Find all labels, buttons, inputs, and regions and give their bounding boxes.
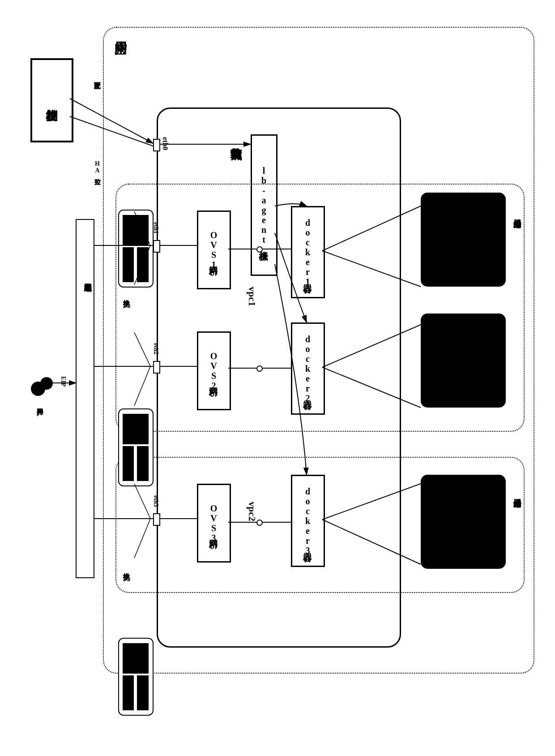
vpc1-label: vpc1	[246, 287, 258, 306]
ha-monitor-label: HA监控	[93, 160, 101, 174]
switch-1	[118, 210, 154, 288]
eth2-port	[153, 361, 160, 374]
port-ovs2docker-2	[256, 365, 263, 372]
switch-2	[118, 408, 154, 486]
switch-3	[118, 638, 154, 716]
backend-server-3	[421, 475, 506, 569]
backend-server-1	[421, 193, 506, 287]
docker-2: docker容器2	[291, 322, 325, 415]
eth0-port	[153, 139, 160, 151]
eip-label: EIP	[60, 376, 67, 387]
ovs1-text: OVS网桥1	[208, 230, 220, 270]
vpc2-label: vpc2	[246, 502, 258, 521]
eth0-label: eth0	[161, 137, 169, 150]
docker1-text: docker容器1	[302, 218, 314, 287]
port-ovs2docker-1	[256, 246, 263, 253]
ovs3-text: OVS网桥3	[208, 503, 220, 543]
eth3-label: eth3	[152, 495, 159, 507]
docker3-text: docker容器3	[302, 486, 314, 555]
backend-server-2	[421, 314, 506, 408]
control-module: 控制模块	[30, 58, 73, 142]
docker-3: docker容器3	[291, 475, 325, 567]
ovs-bridge-3: OVS网桥3	[197, 484, 231, 563]
docker2-text: docker容器2	[302, 334, 314, 403]
ovs-bridge-2: OVS网桥2	[197, 331, 231, 410]
svg-point-1	[31, 382, 45, 396]
eth2-label: eth2	[152, 343, 159, 355]
port-ovs2docker-3	[256, 520, 263, 526]
user-icon	[30, 367, 53, 401]
eth3-port	[153, 513, 160, 526]
svg-rect-6	[76, 219, 94, 578]
ovs-bridge-1: OVS网桥1	[197, 210, 231, 289]
ovs2-text: OVS网桥2	[208, 351, 220, 391]
eth1-port	[153, 240, 160, 253]
docker-1: docker容器1	[291, 206, 325, 298]
